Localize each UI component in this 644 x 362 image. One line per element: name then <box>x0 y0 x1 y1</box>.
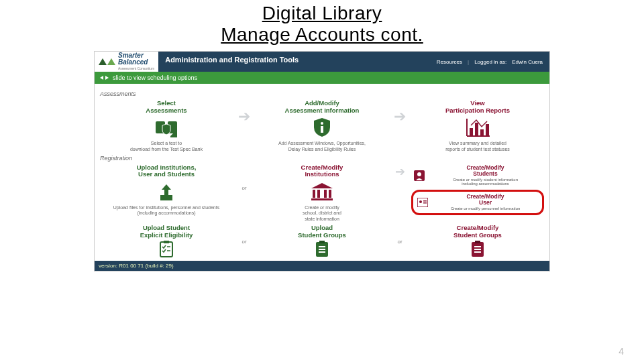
content-area: Assessments Select Assessments Select a … <box>95 84 549 258</box>
scheduling-slider-label: slide to view scheduling options <box>113 74 197 81</box>
svg-marker-11 <box>311 183 333 188</box>
svg-rect-13 <box>317 190 320 198</box>
svg-rect-15 <box>329 190 331 198</box>
svg-point-18 <box>417 172 421 176</box>
section-registration-label: Registration <box>100 155 544 162</box>
tile-upload-explicit-eligibility[interactable]: Upload Student Explicit Eligibility <box>100 225 233 258</box>
right-stack: Create/Modify Students Create or modify … <box>411 164 544 215</box>
logged-in-user: Edwin Cuera <box>512 59 543 65</box>
slider-arrows-icon <box>100 76 103 80</box>
or-separator: or <box>235 164 253 211</box>
resources-link[interactable]: Resources <box>437 59 462 65</box>
logged-in-label: Logged in as: <box>474 59 506 65</box>
section-assessments-label: Assessments <box>100 90 544 97</box>
top-right: Resources | Logged in as: Edwin Cuera <box>430 52 549 72</box>
tile-view-participation[interactable]: View Participation Reports View summary … <box>411 100 544 152</box>
registration-row-2: Upload Student Explicit Eligibility or U… <box>100 225 544 258</box>
svg-rect-33 <box>475 241 480 243</box>
tile-create-modify-student-groups[interactable]: Create/Modify Student Groups <box>411 225 544 258</box>
svg-point-20 <box>419 200 422 203</box>
tile-select-assessments[interactable]: Select Assessments Select a test to down… <box>100 100 233 152</box>
version-footer: version: R01 00 71 (build #: 29) <box>95 261 549 271</box>
clipboard-checklist-icon <box>158 241 175 258</box>
student-icon <box>413 170 425 182</box>
svg-rect-29 <box>319 246 325 247</box>
svg-rect-16 <box>311 198 333 200</box>
tile-upload-institutions-users-students[interactable]: Upload Institutions, User and Students U… <box>100 164 233 217</box>
bar-chart-icon <box>464 117 491 137</box>
assessments-row: Select Assessments Select a test to down… <box>100 100 544 152</box>
svg-rect-14 <box>324 190 327 198</box>
slide-title-line2: Manage Accounts cont. <box>221 24 423 45</box>
book-shield-icon <box>154 117 178 137</box>
tile-create-modify-user[interactable]: Create/Modify User Create or modify pers… <box>415 193 541 211</box>
scheduling-slider[interactable]: slide to view scheduling options <box>95 72 549 84</box>
svg-rect-22 <box>423 202 427 204</box>
top-bar: Smarter Balanced Assessment Consortium A… <box>95 52 549 72</box>
tile-create-modify-institutions[interactable]: Create/Modify Institutions Create or mod… <box>256 164 388 222</box>
svg-point-2 <box>321 122 323 125</box>
tile-create-modify-students[interactable]: Create/Modify Students Create or modify … <box>411 164 544 187</box>
flow-arrow-icon: ➔ <box>391 164 409 179</box>
logo-mountains-icon <box>99 58 115 65</box>
svg-rect-7 <box>475 123 478 136</box>
svg-rect-9 <box>486 124 489 136</box>
tile-upload-student-groups[interactable]: Upload Student Groups <box>256 225 388 258</box>
svg-rect-10 <box>160 195 172 200</box>
svg-rect-12 <box>313 190 315 198</box>
upload-building-icon <box>156 182 176 202</box>
highlight-create-modify-user: Create/Modify User Create or modify pers… <box>411 190 544 215</box>
tile-add-modify-assessment[interactable]: Add/Modify Assessment Information Add As… <box>256 100 388 152</box>
institution-icon <box>310 182 334 202</box>
svg-rect-8 <box>480 129 484 136</box>
svg-rect-31 <box>319 251 325 253</box>
svg-rect-28 <box>319 241 325 243</box>
svg-rect-23 <box>160 242 172 257</box>
svg-rect-34 <box>474 246 481 247</box>
svg-rect-6 <box>470 128 473 136</box>
svg-rect-36 <box>474 251 481 253</box>
clipboard-maroon-icon <box>470 241 486 258</box>
flow-arrow-icon: ➔ <box>391 100 409 133</box>
svg-rect-35 <box>474 249 481 250</box>
app-window: Smarter Balanced Assessment Consortium A… <box>94 51 550 272</box>
svg-rect-30 <box>319 249 325 250</box>
slider-arrows-icon-right <box>105 76 109 80</box>
user-id-icon <box>417 196 429 208</box>
logo: Smarter Balanced Assessment Consortium <box>95 52 158 72</box>
svg-rect-3 <box>321 126 323 133</box>
or-separator: or <box>391 225 409 258</box>
registration-row-1: Upload Institutions, User and Students U… <box>100 164 544 222</box>
svg-rect-21 <box>423 200 427 202</box>
slide-title: Digital Library Manage Accounts cont. <box>0 3 644 46</box>
clipboard-lines-icon <box>314 241 330 258</box>
app-title: Administration and Registration Tools <box>158 52 305 72</box>
or-separator: or <box>235 225 253 258</box>
svg-rect-24 <box>164 241 169 243</box>
logo-text: Smarter Balanced Assessment Consortium <box>118 52 154 71</box>
page-number: 4 <box>619 346 624 357</box>
shield-info-icon <box>312 117 332 138</box>
slide-title-line1: Digital Library <box>262 3 382 23</box>
flow-arrow-icon: ➔ <box>235 100 253 133</box>
